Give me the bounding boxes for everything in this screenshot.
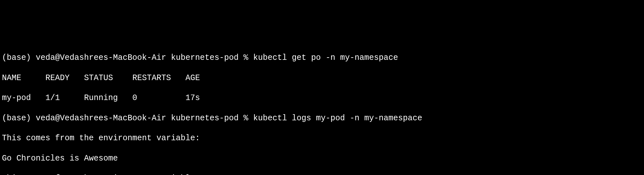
command-line-1: (base) veda@Vedashrees-MacBook-Air kuber… — [2, 53, 642, 63]
shell-prompt: (base) veda@Vedashrees-MacBook-Air kuber… — [2, 53, 253, 62]
command-line-2: (base) veda@Vedashrees-MacBook-Air kuber… — [2, 113, 642, 123]
log-line: Go Chronicles is Awesome — [2, 153, 642, 163]
table-header-row: NAME READY STATUS RESTARTS AGE — [2, 73, 642, 83]
table-row: my-pod 1/1 Running 0 17s — [2, 93, 642, 103]
log-line: This comes from the environment variable… — [2, 173, 642, 175]
terminal-output[interactable]: (base) veda@Vedashrees-MacBook-Air kuber… — [2, 43, 642, 175]
command-text: kubectl logs my-pod -n my-namespace — [253, 114, 422, 123]
shell-prompt: (base) veda@Vedashrees-MacBook-Air kuber… — [2, 114, 253, 123]
log-line: This comes from the environment variable… — [2, 133, 642, 143]
command-text: kubectl get po -n my-namespace — [253, 53, 398, 62]
